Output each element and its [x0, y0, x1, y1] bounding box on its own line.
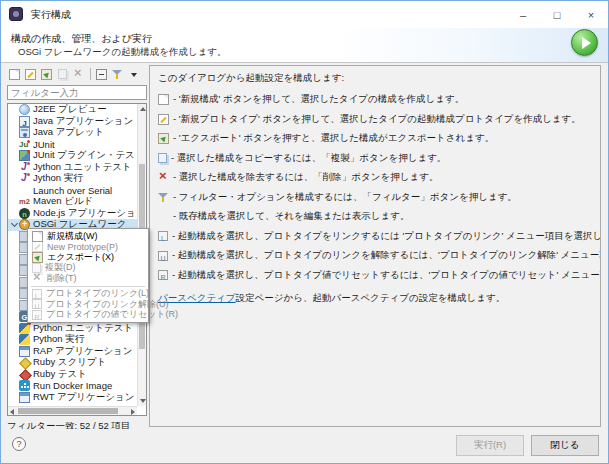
- tree-item[interactable]: Jython 実行: [8, 173, 146, 185]
- toolbar-separator: [90, 68, 91, 80]
- title-bar: 実行構成 – □ ×: [1, 1, 608, 28]
- horizontal-scroll-thumb[interactable]: [18, 408, 118, 414]
- tree-item[interactable]: RWT アプリケーション: [8, 392, 146, 404]
- window-title: 実行構成: [31, 8, 71, 22]
- help-line: - '新規構成' ボタンを押して、選択したタイプの構成を作成します。: [158, 93, 592, 106]
- ruby-script-icon: [19, 357, 30, 368]
- chevron-spacer: [11, 208, 19, 219]
- duplicate-icon: [58, 69, 67, 79]
- menu-item-label: 削除(T): [47, 272, 77, 285]
- help-line-text: - 'エクスポート' ボタンを押すと、選択した構成がエクスポートされます。: [173, 132, 494, 145]
- new-config-button[interactable]: [7, 67, 22, 81]
- reset-prototype-icon: [32, 310, 42, 320]
- menu-item[interactable]: 新規構成(W): [28, 231, 148, 242]
- rap-icon: [19, 346, 30, 357]
- chevron-spacer: [11, 185, 19, 196]
- filter-input[interactable]: [7, 85, 147, 100]
- export-icon: [41, 69, 52, 80]
- help-line-text: - 起動構成を選択し、プロトタイプをリンクするには 'プロトタイプのリンク' メ…: [172, 230, 601, 243]
- help-line: - 起動構成を選択し、プロトタイプをリンクするには 'プロトタイプのリンク' メ…: [158, 230, 592, 243]
- chevron-spacer: [11, 346, 19, 357]
- chevron-spacer: [11, 265, 19, 276]
- tree-item-label: Java アプレット: [33, 126, 104, 139]
- link-prototype-icon: [32, 289, 42, 299]
- help-line: - '新規プロトタイプ' ボタンを押して、選択したタイプの起動構成プロトタイプを…: [158, 113, 592, 126]
- rwt-icon: [19, 392, 30, 403]
- button-bar: ? 実行(R) 閉じる: [1, 429, 608, 463]
- filter-icon: [112, 69, 123, 80]
- tree-item-label: Launch over Serial: [33, 185, 112, 196]
- jython-unittest-icon: [19, 162, 30, 173]
- help-line-text: - 既存構成を選択して、それを編集または表示します。: [173, 210, 409, 223]
- new-prototype-icon: [158, 114, 169, 125]
- help-line-text: - '新規構成' ボタンを押して、選択したタイプの構成を作成します。: [173, 93, 464, 106]
- filter-icon: [158, 192, 169, 203]
- menu-item[interactable]: 削除(T): [28, 273, 148, 284]
- dropdown-arrow-button[interactable]: [126, 67, 141, 81]
- run-configurations-dialog: 実行構成 – □ × 構成の作成、管理、および実行 OSGi フレームワークの起…: [0, 0, 609, 464]
- python-unittest-icon: [19, 323, 30, 334]
- tree-item[interactable]: Java アプレット: [8, 127, 146, 139]
- chevron-spacer: [11, 231, 19, 242]
- banner-subtitle: OSGi フレームワークの起動構成を作成します。: [18, 46, 227, 59]
- unlink-prototype-icon: [158, 251, 168, 261]
- new-prototype-button[interactable]: [23, 67, 38, 81]
- filter-button[interactable]: [110, 67, 125, 81]
- scroll-left-icon[interactable]: [10, 409, 14, 415]
- chevron-spacer: [11, 162, 19, 173]
- new-config-icon: [32, 231, 43, 242]
- tree-item[interactable]: Ruby テスト: [8, 369, 146, 381]
- duplicate-icon: [158, 153, 167, 163]
- delete-icon: [73, 69, 84, 80]
- perspective-line-text: 設定ページから、起動パースペクティブの設定を構成します。: [236, 292, 506, 303]
- dropdown-arrow-icon: [130, 69, 138, 80]
- chevron-spacer: [11, 311, 19, 322]
- perspective-link[interactable]: パースペクティブ: [158, 292, 236, 303]
- link-prototype-icon: [158, 231, 168, 241]
- scroll-up-icon[interactable]: [140, 107, 146, 111]
- chevron-spacer: [11, 288, 19, 299]
- tree-item-label: Jython 実行: [33, 172, 83, 185]
- help-intro: このダイアログから起動設定を構成します:: [158, 72, 592, 85]
- help-icon[interactable]: ?: [12, 437, 26, 451]
- help-line-text: - 選択した構成をコピーするには、「複製」ボタンを押します。: [171, 152, 446, 165]
- help-line: - 'エクスポート' ボタンを押すと、選択した構成がエクスポートされます。: [158, 132, 592, 145]
- run-icon: [571, 29, 598, 56]
- help-line: - 起動構成を選択し、プロトタイプのリンクを解除するには、'プロトタイプのリンク…: [158, 249, 592, 262]
- chevron-spacer: [11, 392, 19, 403]
- collapse-all-button[interactable]: [94, 67, 109, 81]
- junit-icon: [19, 139, 30, 150]
- menu-item[interactable]: 複製(D): [28, 263, 148, 274]
- chevron-spacer: [11, 300, 19, 311]
- scroll-right-icon[interactable]: [131, 409, 135, 415]
- docker-icon: [19, 380, 30, 391]
- window-controls: – □ ×: [506, 1, 608, 28]
- maximize-icon[interactable]: □: [540, 1, 574, 28]
- collapse-all-icon: [96, 69, 107, 80]
- delete-button[interactable]: [71, 67, 86, 81]
- help-panel: このダイアログから起動設定を構成します: - '新規構成' ボタンを押して、選択…: [149, 65, 601, 427]
- close-button[interactable]: 閉じる: [531, 435, 599, 456]
- close-icon[interactable]: ×: [574, 1, 608, 28]
- chevron-spacer: [11, 150, 19, 161]
- menu-item[interactable]: プロトタイプの値でリセット(R): [28, 310, 148, 321]
- run-button[interactable]: 実行(R): [456, 435, 524, 456]
- duplicate-button[interactable]: [55, 67, 70, 81]
- new-prototype-icon: [32, 241, 43, 252]
- chevron-spacer: [11, 334, 19, 345]
- export-icon: [32, 252, 43, 263]
- junit-plugin-icon: [19, 150, 30, 161]
- chevron-spacer: [11, 277, 19, 288]
- perspective-line: パースペクティブ設定ページから、起動パースペクティブの設定を構成します。: [158, 292, 592, 305]
- minimize-icon[interactable]: –: [506, 1, 540, 28]
- export-icon: [158, 133, 169, 144]
- scroll-down-icon[interactable]: [140, 399, 146, 403]
- help-line-text: - フィルター・オプションを構成するには、「フィルター」ボタンを押します。: [173, 191, 517, 204]
- tree-horizontal-scrollbar[interactable]: [8, 406, 137, 415]
- chevron-spacer: [11, 196, 19, 207]
- new-config-icon: [9, 69, 20, 80]
- export-button[interactable]: [39, 67, 54, 81]
- help-line-text: - 起動構成を選択し、プロトタイプのリンクを解除するには、'プロトタイプのリンク…: [172, 249, 601, 262]
- j2ee-preview-icon: [19, 104, 30, 115]
- python-run-icon: [19, 334, 30, 345]
